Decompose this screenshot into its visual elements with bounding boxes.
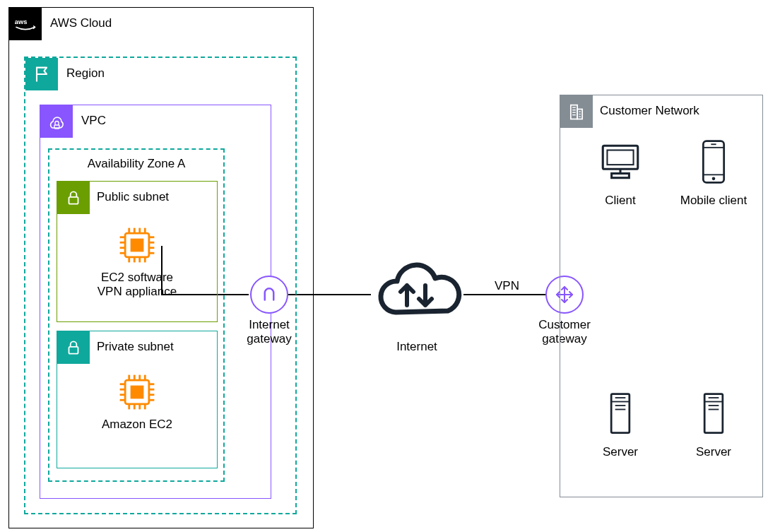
private-subnet-container: Private subnet Amazon EC2	[57, 331, 218, 468]
svg-rect-52	[607, 150, 633, 165]
vpc-icon	[40, 105, 73, 138]
private-subnet-label: Private subnet	[97, 340, 174, 354]
internet-cloud-icon	[360, 261, 473, 336]
internet-gateway-label: Internet gateway	[230, 318, 308, 347]
ec2-private-instance: Amazon EC2	[57, 371, 217, 432]
private-subnet-lock-icon	[57, 331, 90, 364]
svg-rect-4	[131, 239, 144, 252]
svg-rect-60	[611, 394, 630, 433]
svg-rect-51	[603, 146, 638, 169]
client-node: Client	[578, 137, 663, 208]
internet-gateway-icon	[250, 276, 288, 314]
region-flag-icon	[25, 58, 58, 90]
building-icon	[560, 95, 593, 128]
public-subnet-label: Public subnet	[97, 190, 169, 204]
region-label: Region	[66, 66, 105, 81]
aws-logo-icon: aws	[9, 8, 42, 40]
server-icon	[689, 389, 738, 438]
svg-text:aws: aws	[15, 18, 28, 25]
vpc-label: VPC	[81, 114, 106, 128]
svg-rect-65	[704, 394, 723, 433]
ec2-vpn-appliance: EC2 software VPN appliance	[57, 224, 217, 300]
desktop-icon	[596, 137, 645, 187]
customer-network-label: Customer Network	[600, 104, 699, 118]
server1-label: Server	[578, 445, 663, 459]
server-node-2: Server	[671, 389, 756, 459]
svg-rect-23	[131, 386, 144, 399]
internet-gateway: Internet gateway	[230, 276, 308, 347]
mobile-icon	[689, 137, 738, 187]
svg-rect-53	[612, 174, 630, 178]
server2-label: Server	[671, 445, 756, 459]
client-label: Client	[578, 194, 663, 208]
svg-rect-21	[69, 347, 78, 354]
vpn-link-label: VPN	[495, 279, 519, 293]
mobile-client-label: Mobile client	[671, 194, 756, 208]
ec2-chip-icon	[116, 224, 158, 266]
mobile-client-node: Mobile client	[671, 137, 756, 208]
public-subnet-lock-icon	[57, 182, 90, 214]
ec2-vpn-label: EC2 software VPN appliance	[57, 271, 217, 300]
public-subnet-container: Public subnet EC2 software VPN appliance	[57, 181, 218, 322]
svg-point-58	[712, 177, 716, 181]
ec2-private-label: Amazon EC2	[57, 418, 217, 432]
aws-cloud-label: AWS Cloud	[50, 16, 112, 30]
internet-label: Internet	[360, 340, 473, 354]
server-icon	[596, 389, 645, 438]
server-node-1: Server	[578, 389, 663, 459]
ec2-chip-icon	[116, 371, 158, 413]
internet-node: Internet	[360, 261, 473, 354]
availability-zone-label: Availability Zone A	[49, 157, 223, 171]
svg-rect-2	[69, 197, 78, 204]
